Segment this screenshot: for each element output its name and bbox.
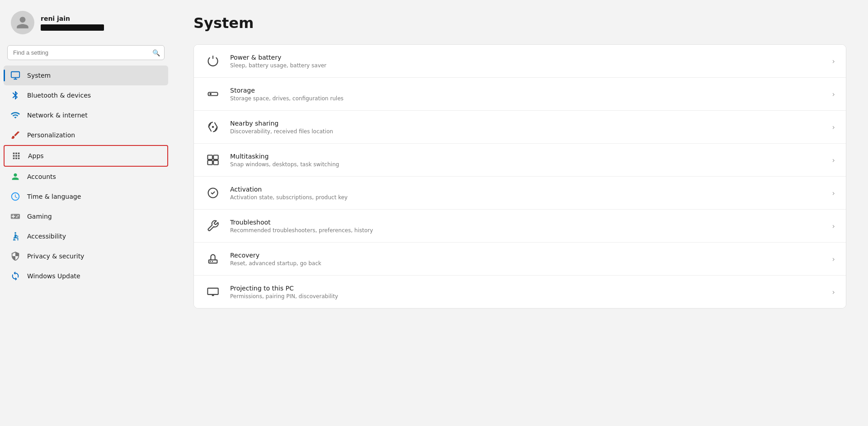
setting-desc: Sleep, battery usage, battery saver bbox=[230, 62, 823, 69]
svg-point-3 bbox=[210, 94, 211, 94]
setting-desc: Reset, advanced startup, go back bbox=[230, 260, 823, 267]
setting-title: Multitasking bbox=[230, 153, 823, 160]
sidebar-item-system[interactable]: System bbox=[4, 66, 168, 85]
search-box[interactable]: 🔍 bbox=[7, 45, 165, 60]
sidebar-item-label: Gaming bbox=[27, 213, 52, 220]
sidebar-item-label: System bbox=[27, 72, 51, 79]
svg-rect-0 bbox=[11, 72, 19, 78]
setting-title: Troubleshoot bbox=[230, 219, 823, 226]
setting-item-nearby[interactable]: Nearby sharing Discoverability, received… bbox=[194, 111, 846, 144]
search-input[interactable] bbox=[7, 45, 165, 60]
projecting-icon bbox=[205, 284, 221, 300]
setting-text-multitasking: Multitasking Snap windows, desktops, tas… bbox=[230, 153, 823, 168]
setting-text-activation: Activation Activation state, subscriptio… bbox=[230, 186, 823, 201]
sidebar-item-time[interactable]: Time & language bbox=[4, 187, 168, 206]
accessibility-icon bbox=[10, 231, 21, 242]
setting-text-storage: Storage Storage space, drives, configura… bbox=[230, 87, 823, 102]
setting-desc: Recommended troubleshooters, preferences… bbox=[230, 227, 823, 234]
setting-text-troubleshoot: Troubleshoot Recommended troubleshooters… bbox=[230, 219, 823, 234]
brush-icon bbox=[10, 130, 21, 140]
sidebar: reni jain 🔍 System Bluetooth & devices bbox=[0, 0, 172, 426]
sidebar-item-label: Time & language bbox=[27, 193, 81, 200]
setting-desc: Discoverability, received files location bbox=[230, 128, 823, 135]
sidebar-item-label: Privacy & security bbox=[27, 253, 84, 260]
user-name: reni jain bbox=[41, 15, 104, 22]
sidebar-item-label: Bluetooth & devices bbox=[27, 92, 91, 99]
sidebar-item-update[interactable]: Windows Update bbox=[4, 266, 168, 286]
setting-title: Recovery bbox=[230, 252, 823, 259]
chevron-right-icon: › bbox=[832, 123, 835, 131]
update-icon bbox=[10, 271, 21, 281]
svg-point-1 bbox=[14, 232, 16, 234]
recovery-icon bbox=[205, 251, 221, 267]
user-email-redacted bbox=[41, 24, 104, 31]
setting-item-recovery[interactable]: Recovery Reset, advanced startup, go bac… bbox=[194, 243, 846, 276]
sidebar-item-apps[interactable]: Apps bbox=[4, 145, 168, 167]
setting-title: Nearby sharing bbox=[230, 120, 823, 127]
sidebar-item-network[interactable]: Network & internet bbox=[4, 105, 168, 125]
sidebar-item-bluetooth[interactable]: Bluetooth & devices bbox=[4, 85, 168, 105]
troubleshoot-icon bbox=[205, 218, 221, 234]
sidebar-item-accessibility[interactable]: Accessibility bbox=[4, 226, 168, 246]
chevron-right-icon: › bbox=[832, 156, 835, 164]
avatar bbox=[11, 11, 34, 34]
sidebar-item-label: Accessibility bbox=[27, 233, 66, 240]
setting-item-projecting[interactable]: Projecting to this PC Permissions, pairi… bbox=[194, 276, 846, 308]
nav-list: System Bluetooth & devices Network & int… bbox=[0, 66, 172, 426]
setting-title: Projecting to this PC bbox=[230, 285, 823, 292]
user-section: reni jain bbox=[0, 0, 172, 43]
svg-rect-5 bbox=[208, 155, 212, 159]
chevron-right-icon: › bbox=[832, 90, 835, 98]
sidebar-item-gaming[interactable]: Gaming bbox=[4, 206, 168, 226]
setting-text-nearby: Nearby sharing Discoverability, received… bbox=[230, 120, 823, 135]
activation-icon bbox=[205, 185, 221, 201]
privacy-icon bbox=[10, 251, 21, 262]
setting-item-activation[interactable]: Activation Activation state, subscriptio… bbox=[194, 177, 846, 210]
sidebar-item-label: Personalization bbox=[27, 131, 75, 139]
sidebar-item-label: Windows Update bbox=[27, 272, 80, 280]
accounts-icon bbox=[10, 171, 21, 182]
setting-text-recovery: Recovery Reset, advanced startup, go bac… bbox=[230, 252, 823, 267]
svg-point-4 bbox=[212, 126, 214, 128]
power-icon bbox=[205, 53, 221, 69]
setting-title: Power & battery bbox=[230, 54, 823, 61]
user-info: reni jain bbox=[41, 15, 104, 31]
sidebar-item-label: Accounts bbox=[27, 173, 56, 180]
setting-text-power: Power & battery Sleep, battery usage, ba… bbox=[230, 54, 823, 69]
sidebar-item-label: Apps bbox=[28, 152, 44, 159]
setting-item-troubleshoot[interactable]: Troubleshoot Recommended troubleshooters… bbox=[194, 210, 846, 243]
multitasking-icon bbox=[205, 152, 221, 168]
setting-desc: Activation state, subscriptions, product… bbox=[230, 194, 823, 201]
setting-desc: Storage space, drives, configuration rul… bbox=[230, 95, 823, 102]
chevron-right-icon: › bbox=[832, 222, 835, 230]
settings-list: Power & battery Sleep, battery usage, ba… bbox=[193, 44, 846, 309]
page-title: System bbox=[193, 14, 846, 32]
person-icon bbox=[15, 15, 30, 30]
svg-rect-7 bbox=[208, 160, 212, 164]
setting-item-storage[interactable]: Storage Storage space, drives, configura… bbox=[194, 78, 846, 111]
setting-title: Activation bbox=[230, 186, 823, 193]
search-icon: 🔍 bbox=[152, 49, 160, 56]
network-icon bbox=[10, 110, 21, 121]
setting-desc: Snap windows, desktops, task switching bbox=[230, 161, 823, 168]
chevron-right-icon: › bbox=[832, 57, 835, 66]
storage-icon bbox=[205, 86, 221, 102]
chevron-right-icon: › bbox=[832, 255, 835, 263]
setting-item-power[interactable]: Power & battery Sleep, battery usage, ba… bbox=[194, 45, 846, 78]
chevron-right-icon: › bbox=[832, 288, 835, 296]
svg-rect-8 bbox=[213, 160, 218, 164]
nearby-icon bbox=[205, 119, 221, 135]
sidebar-item-accounts[interactable]: Accounts bbox=[4, 167, 168, 187]
svg-rect-11 bbox=[208, 288, 218, 295]
setting-desc: Permissions, pairing PIN, discoverabilit… bbox=[230, 293, 823, 300]
svg-rect-6 bbox=[213, 155, 218, 159]
sidebar-item-privacy[interactable]: Privacy & security bbox=[4, 246, 168, 266]
setting-text-projecting: Projecting to this PC Permissions, pairi… bbox=[230, 285, 823, 300]
clock-icon bbox=[10, 191, 21, 202]
sidebar-item-label: Network & internet bbox=[27, 112, 88, 119]
sidebar-item-personalization[interactable]: Personalization bbox=[4, 125, 168, 145]
monitor-icon bbox=[10, 70, 21, 81]
gaming-icon bbox=[10, 211, 21, 222]
setting-item-multitasking[interactable]: Multitasking Snap windows, desktops, tas… bbox=[194, 144, 846, 177]
bluetooth-icon bbox=[10, 90, 21, 101]
